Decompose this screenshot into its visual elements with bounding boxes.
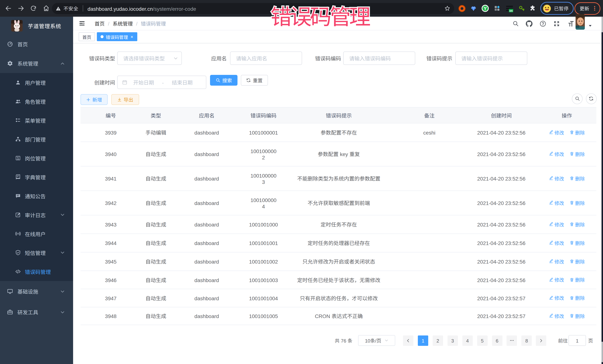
extension-key-icon[interactable] xyxy=(519,5,525,11)
extension-gem-icon[interactable] xyxy=(471,5,476,11)
goto-page-input[interactable]: 1 xyxy=(568,335,586,346)
help-icon[interactable] xyxy=(540,20,546,27)
sidebar-subitem[interactable]: 部门管理 xyxy=(0,130,73,149)
error-code-input[interactable]: 请输入错误码编码 xyxy=(343,52,415,65)
delete-link[interactable]: 删除 xyxy=(570,277,585,283)
sidebar-item-home[interactable]: 首页 xyxy=(0,34,73,54)
delete-link[interactable]: 删除 xyxy=(570,221,585,228)
sidebar-logo[interactable]: 芋道管理系统 xyxy=(0,17,73,34)
edit-link[interactable]: 修改 xyxy=(549,175,564,182)
browser-back-button[interactable] xyxy=(4,4,13,13)
sidebar-subitem[interactable]: 审计日志 xyxy=(0,205,73,224)
edit-link[interactable]: 修改 xyxy=(549,258,564,265)
tag-home[interactable]: 首页 xyxy=(79,32,95,41)
breadcrumb-system[interactable]: 系统管理 xyxy=(113,20,133,27)
column-header-code[interactable]: 错误码编码 xyxy=(243,107,284,123)
sidebar-item-system[interactable]: 系统管理 xyxy=(0,54,73,73)
next-page-button[interactable] xyxy=(536,335,546,346)
edit-link[interactable]: 修改 xyxy=(549,151,564,157)
column-header-id[interactable]: 编号 xyxy=(81,107,141,123)
browser-home-button[interactable] xyxy=(42,4,50,13)
edit-link[interactable]: 修改 xyxy=(549,221,564,228)
delete-link[interactable]: 删除 xyxy=(570,313,585,319)
column-header-type[interactable]: 类型 xyxy=(141,107,171,123)
sidebar-subitem[interactable]: 角色管理 xyxy=(0,92,73,111)
sidebar-subitem[interactable]: 字典管理 xyxy=(0,167,73,187)
delete-link[interactable]: 删除 xyxy=(570,295,585,301)
sidebar-subitem[interactable]: 用户管理 xyxy=(0,73,73,92)
refresh-table-button[interactable] xyxy=(586,93,596,104)
page-button[interactable]: 5 xyxy=(477,335,487,346)
font-size-icon[interactable] xyxy=(567,20,574,27)
delete-link[interactable]: 删除 xyxy=(570,258,585,265)
sidebar-subitem[interactable]: 短信管理 xyxy=(0,243,73,262)
page-button[interactable]: 1 xyxy=(418,335,428,346)
user-menu[interactable] xyxy=(576,14,592,30)
edit-link[interactable]: 修改 xyxy=(549,295,564,301)
edit-link[interactable]: 修改 xyxy=(549,313,564,319)
security-label[interactable]: 不安全 xyxy=(63,5,78,12)
add-button[interactable]: 新增 xyxy=(81,94,108,105)
reset-button[interactable]: 重置 xyxy=(241,75,268,86)
page-button[interactable]: 6 xyxy=(492,335,502,346)
edit-link[interactable]: 修改 xyxy=(549,277,564,283)
tag-close-icon[interactable] xyxy=(130,35,134,38)
error-type-select[interactable]: 请选择错误码类型 xyxy=(117,52,182,65)
page-button[interactable]: 2 xyxy=(433,335,443,346)
header-search-icon[interactable] xyxy=(512,20,519,27)
app-name-input[interactable]: 请输入应用名 xyxy=(230,52,302,65)
extension-grid-icon[interactable] xyxy=(494,5,500,11)
column-header-actions[interactable]: 操作 xyxy=(537,107,596,123)
page-button[interactable]: 3 xyxy=(448,335,458,346)
sidebar-item-infra[interactable]: 基础设施 xyxy=(0,281,73,302)
edit-link[interactable]: 修改 xyxy=(549,240,564,246)
date-end-placeholder[interactable]: 结束日期 xyxy=(166,78,198,86)
sidebar-subitem[interactable]: 岗位管理 xyxy=(0,149,73,167)
tag-error-code[interactable]: 错误码管理 xyxy=(97,32,137,41)
error-hint-input[interactable]: 请输入错误码提示 xyxy=(455,52,527,65)
sidebar-toggle-button[interactable] xyxy=(73,20,85,27)
address-bar[interactable]: 不安全 dashboard.yudao.iocoder.cn/system/er… xyxy=(52,3,454,14)
page-size-select[interactable]: 10条/页 xyxy=(358,335,395,346)
column-header-app[interactable]: 应用名 xyxy=(171,107,243,123)
edit-link[interactable]: 修改 xyxy=(549,200,564,206)
browser-menu-kebab-icon[interactable] xyxy=(592,6,597,11)
extensions-puzzle-icon[interactable] xyxy=(530,5,536,11)
delete-link[interactable]: 删除 xyxy=(570,175,585,182)
browser-reload-button[interactable] xyxy=(29,4,38,13)
page-url[interactable]: dashboard.yudao.iocoder.cn/system/error-… xyxy=(88,5,196,12)
column-header-message[interactable]: 错误码提示 xyxy=(284,107,393,123)
column-header-created[interactable]: 创建时间 xyxy=(465,107,537,123)
extension-y-icon[interactable] xyxy=(481,4,489,12)
extension-list-icon[interactable] xyxy=(505,4,514,12)
browser-forward-button[interactable] xyxy=(16,4,25,13)
sidebar-item-devtools[interactable]: 研发工具 xyxy=(0,302,73,322)
date-start-placeholder[interactable]: 开始日期 xyxy=(127,78,160,86)
page-button[interactable]: 8 xyxy=(522,335,532,346)
breadcrumb-home[interactable]: 首页 xyxy=(95,20,105,27)
edit-link[interactable]: 修改 xyxy=(549,129,564,136)
bookmark-star-icon[interactable] xyxy=(444,5,451,11)
sidebar-subitem[interactable]: 错误码管理 xyxy=(0,262,73,281)
date-range-picker[interactable]: 开始日期 - 结束日期 xyxy=(117,76,206,89)
sidebar-subitem[interactable]: 菜单管理 xyxy=(0,111,73,130)
fullscreen-icon[interactable] xyxy=(553,20,560,27)
browser-update-button[interactable]: 更新 xyxy=(574,2,600,15)
browser-profile-badge[interactable]: 已暂停 xyxy=(540,2,574,15)
export-button[interactable]: 导出 xyxy=(111,94,139,105)
page-button[interactable]: 4 xyxy=(462,335,473,346)
show-search-toggle-button[interactable] xyxy=(572,93,583,104)
sidebar-subitem[interactable]: 通知公告 xyxy=(0,187,73,205)
github-icon[interactable] xyxy=(526,20,533,27)
page-ellipsis-button[interactable] xyxy=(507,335,517,346)
security-warning-icon[interactable] xyxy=(56,6,61,11)
prev-page-button[interactable] xyxy=(403,335,413,346)
search-button[interactable]: 搜索 xyxy=(210,75,237,86)
user-avatar[interactable] xyxy=(576,14,585,30)
sidebar-subitem[interactable]: 在线用户 xyxy=(0,224,73,243)
column-header-remark[interactable]: 备注 xyxy=(393,107,465,123)
delete-link[interactable]: 删除 xyxy=(570,240,585,246)
delete-link[interactable]: 删除 xyxy=(570,151,585,157)
delete-link[interactable]: 删除 xyxy=(570,129,585,136)
extension-donut-icon[interactable] xyxy=(458,5,466,12)
